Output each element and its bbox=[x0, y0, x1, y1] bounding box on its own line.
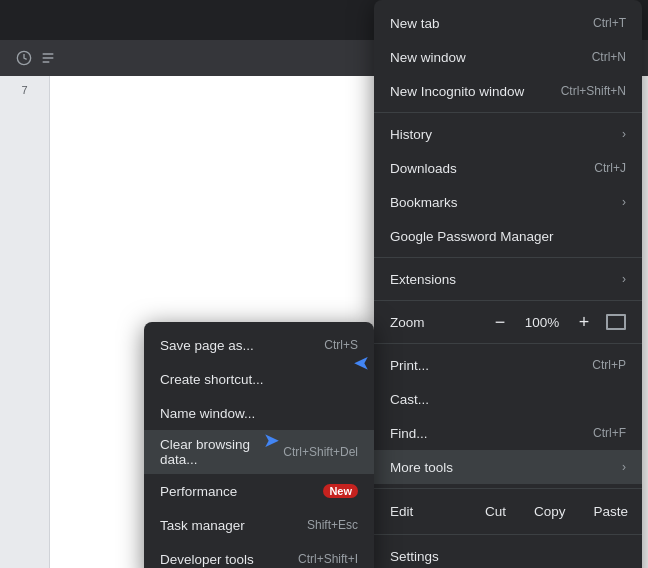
submenu-name-window[interactable]: Name window... bbox=[144, 396, 374, 430]
menu-item-cast[interactable]: Cast... bbox=[374, 382, 642, 416]
submenu-performance[interactable]: Performance New bbox=[144, 474, 374, 508]
menu-item-history[interactable]: History › bbox=[374, 117, 642, 151]
zoom-in-button[interactable]: + bbox=[572, 310, 596, 334]
divider-1 bbox=[374, 112, 642, 113]
menu-item-extensions[interactable]: Extensions › bbox=[374, 262, 642, 296]
submenu-save-page[interactable]: Save page as... Ctrl+S bbox=[144, 328, 374, 362]
menu-item-password-manager[interactable]: Google Password Manager bbox=[374, 219, 642, 253]
divider-6 bbox=[374, 534, 642, 535]
menu-item-find[interactable]: Find... Ctrl+F bbox=[374, 416, 642, 450]
menu-item-new-window[interactable]: New window Ctrl+N bbox=[374, 40, 642, 74]
fullscreen-button[interactable] bbox=[606, 314, 626, 330]
copy-button[interactable]: Copy bbox=[520, 498, 580, 525]
new-badge: New bbox=[323, 484, 358, 498]
divider-3 bbox=[374, 300, 642, 301]
menu-item-new-tab[interactable]: New tab Ctrl+T bbox=[374, 6, 642, 40]
paste-button[interactable]: Paste bbox=[579, 498, 642, 525]
cut-button[interactable]: Cut bbox=[471, 498, 520, 525]
reader-icon bbox=[40, 50, 56, 66]
zoom-out-button[interactable]: − bbox=[488, 310, 512, 334]
submenu-task-manager[interactable]: Task manager Shift+Esc bbox=[144, 508, 374, 542]
menu-item-downloads[interactable]: Downloads Ctrl+J bbox=[374, 151, 642, 185]
menu-item-bookmarks[interactable]: Bookmarks › bbox=[374, 185, 642, 219]
edit-row: Edit Cut Copy Paste bbox=[374, 493, 642, 530]
submenu-create-shortcut[interactable]: Create shortcut... bbox=[144, 362, 374, 396]
zoom-row: Zoom − 100% + bbox=[374, 305, 642, 339]
menu-item-settings[interactable]: Settings bbox=[374, 539, 642, 568]
divider-2 bbox=[374, 257, 642, 258]
history-icon bbox=[16, 50, 32, 66]
left-panel: 7 bbox=[0, 76, 50, 568]
divider-5 bbox=[374, 488, 642, 489]
submenu-clear-browsing[interactable]: Clear browsing data... Ctrl+Shift+Del bbox=[144, 430, 374, 474]
menu-item-new-incognito[interactable]: New Incognito window Ctrl+Shift+N bbox=[374, 74, 642, 108]
menu-item-more-tools[interactable]: More tools › bbox=[374, 450, 642, 484]
zoom-value: 100% bbox=[522, 315, 562, 330]
arrow-clear-browsing: ➤ bbox=[263, 428, 280, 452]
divider-4 bbox=[374, 343, 642, 344]
menu-item-print[interactable]: Print... Ctrl+P bbox=[374, 348, 642, 382]
submenu-developer-tools[interactable]: Developer tools Ctrl+Shift+I bbox=[144, 542, 374, 568]
arrow-more-tools: ➤ bbox=[353, 352, 370, 376]
more-tools-submenu: Save page as... Ctrl+S Create shortcut..… bbox=[144, 322, 374, 568]
chrome-menu: New tab Ctrl+T New window Ctrl+N New Inc… bbox=[374, 0, 642, 568]
